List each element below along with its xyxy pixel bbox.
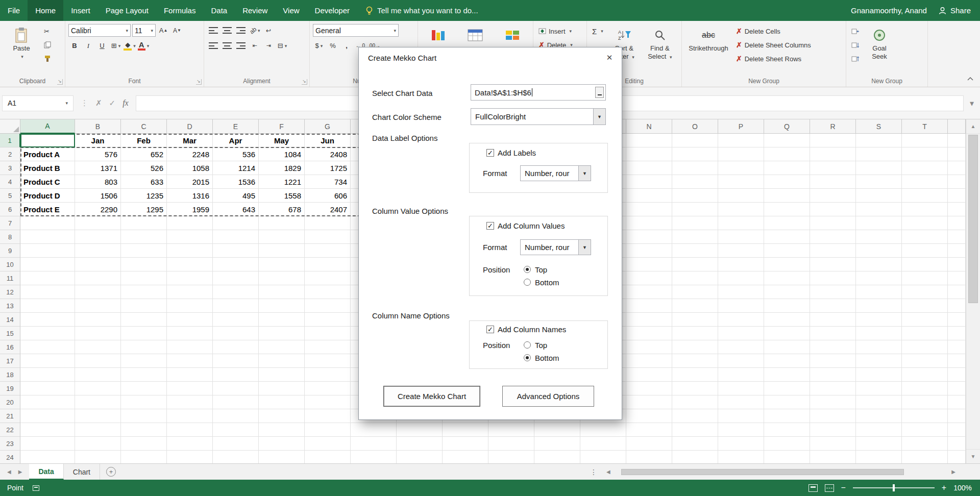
cell-C16[interactable] [121, 340, 167, 354]
cell-N22[interactable] [626, 423, 672, 437]
cell-E13[interactable] [213, 299, 259, 313]
chart-color-scheme-dropdown[interactable]: FullColorBright ▼ [471, 108, 606, 125]
cell-T10[interactable] [902, 258, 948, 271]
cell-S22[interactable] [856, 423, 902, 437]
cell-I22[interactable] [397, 423, 443, 437]
cell-S10[interactable] [856, 258, 902, 271]
cell-P17[interactable] [718, 354, 764, 368]
cell-T16[interactable] [902, 340, 948, 354]
cell-B24[interactable] [75, 451, 121, 463]
radio-selected-icon[interactable] [524, 354, 531, 361]
cell-F12[interactable] [259, 285, 305, 299]
cell-O5[interactable] [672, 189, 718, 203]
font-size-combo[interactable]: 11 ▾ [132, 24, 156, 37]
cell-N8[interactable] [626, 230, 672, 244]
cell-L22[interactable] [534, 423, 580, 437]
cell-R18[interactable] [810, 368, 856, 382]
cell-G14[interactable] [305, 313, 351, 327]
cell-T5[interactable] [902, 189, 948, 203]
cell-G22[interactable] [305, 423, 351, 437]
bold-button[interactable]: B [68, 39, 81, 52]
cell-F17[interactable] [259, 354, 305, 368]
cell-P16[interactable] [718, 340, 764, 354]
cell-G9[interactable] [305, 244, 351, 258]
cell-Q5[interactable] [764, 189, 810, 203]
cell-T6[interactable] [902, 203, 948, 216]
cell-S9[interactable] [856, 244, 902, 258]
cell-E8[interactable] [213, 230, 259, 244]
cell-P11[interactable] [718, 271, 764, 285]
cell-R17[interactable] [810, 354, 856, 368]
cell-T7[interactable] [902, 216, 948, 230]
cell-B8[interactable] [75, 230, 121, 244]
cell-G8[interactable] [305, 230, 351, 244]
radio-selected-icon[interactable] [524, 266, 531, 273]
cell-partial-23[interactable] [948, 437, 966, 451]
row-header-19[interactable]: 19 [0, 382, 20, 395]
cell-F19[interactable] [259, 382, 305, 395]
cell-E5[interactable]: 495 [213, 189, 259, 203]
cell-N10[interactable] [626, 258, 672, 271]
cell-C14[interactable] [121, 313, 167, 327]
cell-S18[interactable] [856, 368, 902, 382]
increase-font-button[interactable]: A▲ [157, 24, 169, 37]
cell-N16[interactable] [626, 340, 672, 354]
macro-button-3[interactable] [849, 53, 862, 65]
cell-O6[interactable] [672, 203, 718, 216]
column-header-R[interactable]: R [810, 119, 856, 134]
row-header-14[interactable]: 14 [0, 313, 20, 327]
cell-H24[interactable] [351, 451, 397, 463]
cell-H23[interactable] [351, 437, 397, 451]
vertical-scroll-thumb[interactable] [968, 135, 978, 303]
cell-G10[interactable] [305, 258, 351, 271]
cell-P20[interactable] [718, 395, 764, 409]
column-header-T[interactable]: T [902, 119, 948, 134]
cell-A3[interactable]: Product B [20, 161, 75, 175]
cell-B3[interactable]: 1371 [75, 161, 121, 175]
cell-C7[interactable] [121, 216, 167, 230]
cell-T11[interactable] [902, 271, 948, 285]
cell-E19[interactable] [213, 382, 259, 395]
cell-E2[interactable]: 536 [213, 147, 259, 161]
cell-N14[interactable] [626, 313, 672, 327]
cell-A5[interactable]: Product D [20, 189, 75, 203]
row-header-4[interactable]: 4 [0, 175, 20, 189]
cell-C18[interactable] [121, 368, 167, 382]
cell-O16[interactable] [672, 340, 718, 354]
bottom-align-button[interactable] [235, 24, 247, 37]
cell-R14[interactable] [810, 313, 856, 327]
cell-S17[interactable] [856, 354, 902, 368]
cell-P3[interactable] [718, 161, 764, 175]
cell-P12[interactable] [718, 285, 764, 299]
cut-button[interactable]: ✂ [42, 25, 53, 37]
copy-button[interactable] [42, 39, 53, 51]
align-left-button[interactable] [207, 39, 219, 52]
cell-O20[interactable] [672, 395, 718, 409]
cell-N6[interactable] [626, 203, 672, 216]
cell-D2[interactable]: 2248 [167, 147, 213, 161]
cell-G5[interactable]: 606 [305, 189, 351, 203]
cell-G4[interactable]: 734 [305, 175, 351, 189]
cell-E16[interactable] [213, 340, 259, 354]
column-header-E[interactable]: E [213, 119, 259, 134]
cell-G15[interactable] [305, 327, 351, 340]
cell-N21[interactable] [626, 409, 672, 423]
cell-T23[interactable] [902, 437, 948, 451]
cell-partial-10[interactable] [948, 258, 966, 271]
cell-partial-19[interactable] [948, 382, 966, 395]
cell-R2[interactable] [810, 147, 856, 161]
menu-tab-file[interactable]: File [0, 0, 28, 21]
cell-S19[interactable] [856, 382, 902, 395]
alignment-dialog-launcher[interactable]: ↘ [302, 79, 307, 85]
cell-partial-17[interactable] [948, 354, 966, 368]
prev-sheet-button[interactable]: ◀ [7, 469, 11, 475]
cell-G21[interactable] [305, 409, 351, 423]
row-header-10[interactable]: 10 [0, 258, 20, 271]
cell-D18[interactable] [167, 368, 213, 382]
cell-J23[interactable] [443, 437, 488, 451]
cell-S8[interactable] [856, 230, 902, 244]
cell-E21[interactable] [213, 409, 259, 423]
cell-T17[interactable] [902, 354, 948, 368]
cell-D15[interactable] [167, 327, 213, 340]
name-position-top-radio[interactable]: Top [524, 340, 547, 350]
